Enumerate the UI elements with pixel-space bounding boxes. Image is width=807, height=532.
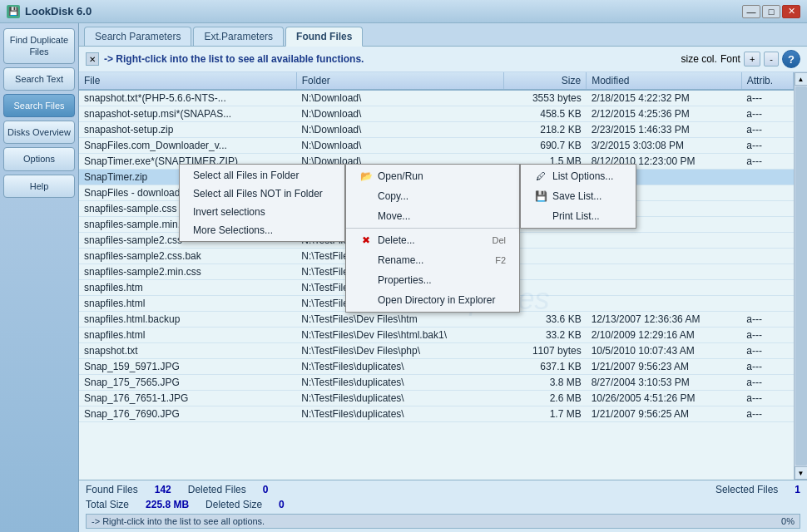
toolbar-right: size col. Font + - ? [681,50,800,68]
tab-bar: Search Parameters Ext.Parameters Found F… [79,23,807,47]
close-x-button[interactable]: ✕ [86,52,99,66]
properties-icon [359,273,373,287]
selected-files-value: 1 [795,484,800,495]
deleted-size-label: Deleted Size [205,499,262,510]
move-icon [359,209,373,223]
menu-rename[interactable]: Rename... F2 [346,250,519,270]
deleted-size-value: 0 [279,499,285,510]
save-list-icon: 💾 [534,190,547,203]
menu-select-all-in-folder[interactable]: Select all Files in Folder [180,166,344,185]
menu-move[interactable]: Move... [346,206,519,226]
sidebar-item-search-files[interactable]: Search Files [3,94,75,117]
maximize-button[interactable]: □ [762,5,780,18]
deleted-files-label: Deleted Files [188,484,246,495]
sidebar-item-help[interactable]: Help [3,175,75,198]
sidebar-item-search-text[interactable]: Search Text [3,67,75,91]
found-files-label: Found Files [86,484,138,495]
tab-found-files[interactable]: Found Files [285,27,363,47]
size-col-label: size col. [681,53,717,65]
title-bar-left: 💾 LookDisk 6.0 [7,5,92,18]
menu-open-run[interactable]: 📂 Open/Run [346,166,519,186]
sidebar-item-options[interactable]: Options [3,147,75,170]
font-plus-button[interactable]: + [744,52,760,66]
total-size-label: Total Size [86,499,129,510]
file-list-container: File Folder Size Modified Attrib. snapsh… [79,72,807,480]
sidebar-item-find-duplicate[interactable]: Find Duplicate Files [3,28,75,64]
progress-percent: 0% [781,516,795,526]
context-menu-far-right: 🖊 List Options... 💾 Save List... Print L… [520,164,636,229]
title-bar: 💾 LookDisk 6.0 — □ ✕ [0,0,807,23]
context-menu-left: Select all Files in Folder Select all Fi… [179,164,345,242]
total-size-value: 225.8 MB [146,499,189,510]
selected-files-label: Selected Files [715,484,778,495]
main-layout: Find Duplicate Files Search Text Search … [0,23,807,532]
list-options-icon: 🖊 [534,170,547,183]
folder-open-icon: 📂 [359,170,373,183]
content-area: Search Parameters Ext.Parameters Found F… [79,23,807,532]
menu-delete[interactable]: ✖ Delete... Del [346,230,519,250]
open-dir-icon [359,293,373,307]
font-minus-button[interactable]: - [764,52,779,66]
menu-invert-selections[interactable]: Invert selections [180,203,344,221]
rename-icon [359,254,373,267]
minimize-button[interactable]: — [742,5,760,18]
progress-text: -> Right-click into the list to see all … [92,516,265,526]
menu-divider-1 [346,228,519,229]
menu-more-selections[interactable]: More Selections... [180,221,344,239]
print-icon [534,209,547,223]
sidebar: Find Duplicate Files Search Text Search … [0,23,79,532]
tab-search-parameters[interactable]: Search Parameters [84,27,191,46]
delete-shortcut: Del [492,235,506,245]
app-icon: 💾 [7,5,20,18]
found-files-value: 142 [155,484,171,495]
menu-select-not-in-folder[interactable]: Select all Files NOT in Folder [180,185,344,203]
menu-save-list[interactable]: 💾 Save List... [521,186,636,206]
help-button[interactable]: ? [782,50,800,68]
status-row-2: Total Size 225.8 MB Deleted Size 0 [86,497,800,512]
progress-bar: -> Right-click into the list to see all … [86,514,800,529]
menu-copy[interactable]: Copy... [346,186,519,206]
menu-open-directory[interactable]: Open Directory in Explorer [346,290,519,310]
context-menu-middle: 📂 Open/Run Copy... Move... ✖ Delete. [345,164,520,313]
menu-properties[interactable]: Properties... [346,270,519,290]
rename-shortcut: F2 [495,255,506,265]
status-row-1: Found Files 142 Deleted Files 0 Selected… [86,482,800,497]
copy-icon [359,190,373,203]
window-controls: — □ ✕ [742,5,800,18]
toolbar-info-text: -> Right-click into the list to see all … [104,53,676,65]
tab-ext-parameters[interactable]: Ext.Parameters [193,27,284,46]
toolbar: ✕ -> Right-click into the list to see al… [79,47,807,72]
deleted-files-value: 0 [263,484,269,495]
close-button[interactable]: ✕ [782,5,800,18]
sidebar-item-disks-overview[interactable]: Disks Overview [3,121,75,144]
status-bar: Found Files 142 Deleted Files 0 Selected… [79,480,807,532]
context-menu-overlay: Select all Files in Folder Select all Fi… [79,72,807,480]
font-label: Font [720,53,740,65]
menu-list-options[interactable]: 🖊 List Options... [521,166,636,186]
menu-print-list[interactable]: Print List... [521,206,636,226]
window-title: LookDisk 6.0 [25,5,92,17]
delete-icon: ✖ [359,234,373,247]
